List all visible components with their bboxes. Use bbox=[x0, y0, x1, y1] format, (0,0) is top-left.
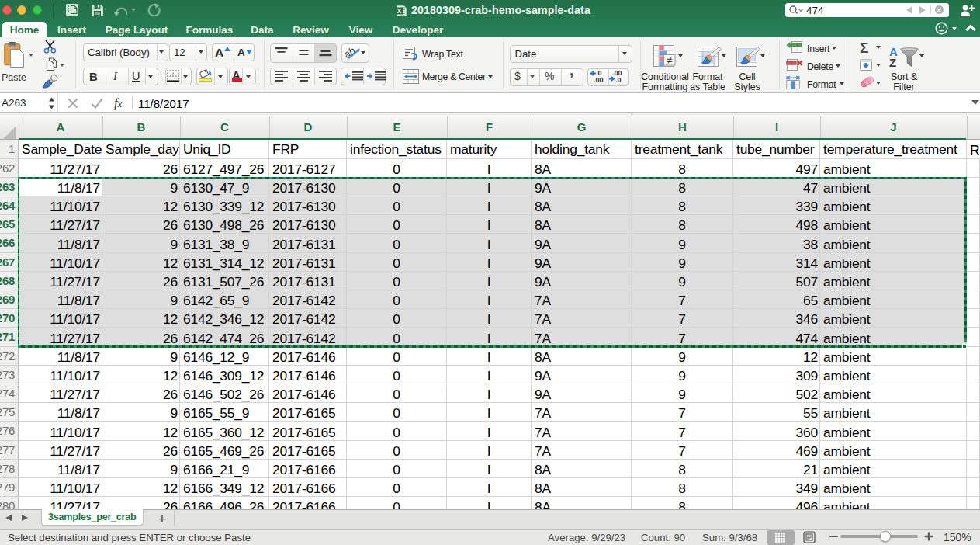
svg-text:X: X bbox=[397, 7, 402, 15]
svg-text:≠: ≠ bbox=[667, 54, 672, 66]
